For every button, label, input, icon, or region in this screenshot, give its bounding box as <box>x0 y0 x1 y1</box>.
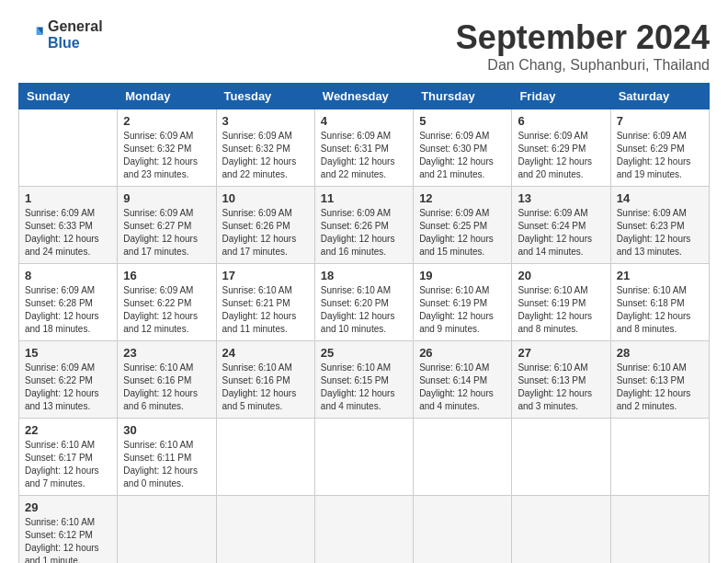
day-number: 7 <box>617 114 703 128</box>
calendar-week-row: 1Sunrise: 6:09 AMSunset: 6:33 PMDaylight… <box>19 187 710 264</box>
calendar-cell: 13Sunrise: 6:09 AMSunset: 6:24 PMDayligh… <box>512 187 610 264</box>
title-block: September 2024 Dan Chang, Suphanburi, Th… <box>456 18 710 74</box>
day-info: Sunrise: 6:10 AMSunset: 6:16 PMDaylight:… <box>123 362 210 413</box>
day-info: Sunrise: 6:10 AMSunset: 6:11 PMDaylight:… <box>123 439 210 490</box>
day-info: Sunrise: 6:09 AMSunset: 6:28 PMDaylight:… <box>25 284 111 336</box>
calendar-cell: 17Sunrise: 6:10 AMSunset: 6:21 PMDayligh… <box>216 264 314 341</box>
day-info: Sunrise: 6:09 AMSunset: 6:33 PMDaylight:… <box>25 207 111 259</box>
day-info: Sunrise: 6:09 AMSunset: 6:27 PMDaylight:… <box>123 207 210 259</box>
weekday-header-row: SundayMondayTuesdayWednesdayThursdayFrid… <box>19 84 710 109</box>
calendar-cell: 18Sunrise: 6:10 AMSunset: 6:20 PMDayligh… <box>314 264 413 341</box>
day-info: Sunrise: 6:10 AMSunset: 6:20 PMDaylight:… <box>321 284 407 336</box>
day-number: 27 <box>518 346 604 360</box>
calendar-cell <box>610 419 709 496</box>
calendar-cell: 8Sunrise: 6:09 AMSunset: 6:28 PMDaylight… <box>19 264 118 341</box>
calendar-cell: 7Sunrise: 6:09 AMSunset: 6:29 PMDaylight… <box>610 109 709 187</box>
weekday-header-friday: Friday <box>512 84 610 109</box>
day-info: Sunrise: 6:09 AMSunset: 6:24 PMDaylight:… <box>518 207 604 259</box>
day-info: Sunrise: 6:10 AMSunset: 6:19 PMDaylight:… <box>419 284 506 336</box>
day-number: 9 <box>123 191 210 205</box>
day-info: Sunrise: 6:09 AMSunset: 6:26 PMDaylight:… <box>222 207 309 259</box>
calendar-cell: 3Sunrise: 6:09 AMSunset: 6:32 PMDaylight… <box>216 109 314 187</box>
calendar-cell: 29Sunrise: 6:10 AMSunset: 6:12 PMDayligh… <box>19 496 118 564</box>
day-info: Sunrise: 6:09 AMSunset: 6:29 PMDaylight:… <box>518 130 604 181</box>
day-number: 21 <box>617 269 703 282</box>
day-number: 11 <box>321 191 407 205</box>
day-number: 28 <box>617 346 703 360</box>
day-number: 1 <box>25 191 111 205</box>
day-info: Sunrise: 6:10 AMSunset: 6:13 PMDaylight:… <box>518 362 604 413</box>
day-number: 2 <box>123 114 210 128</box>
day-number: 22 <box>25 423 111 437</box>
day-info: Sunrise: 6:10 AMSunset: 6:12 PMDaylight:… <box>25 516 111 563</box>
day-number: 17 <box>222 269 309 282</box>
calendar-cell <box>118 496 216 564</box>
day-number: 26 <box>419 346 506 360</box>
calendar-cell: 19Sunrise: 6:10 AMSunset: 6:19 PMDayligh… <box>414 264 512 341</box>
calendar-cell: 9Sunrise: 6:09 AMSunset: 6:27 PMDaylight… <box>118 187 216 264</box>
weekday-header-saturday: Saturday <box>610 84 709 109</box>
calendar-cell <box>19 109 118 187</box>
day-info: Sunrise: 6:10 AMSunset: 6:13 PMDaylight:… <box>617 362 703 413</box>
day-info: Sunrise: 6:09 AMSunset: 6:22 PMDaylight:… <box>25 362 111 413</box>
calendar-cell: 10Sunrise: 6:09 AMSunset: 6:26 PMDayligh… <box>216 187 314 264</box>
calendar-cell: 16Sunrise: 6:09 AMSunset: 6:22 PMDayligh… <box>118 264 216 341</box>
day-info: Sunrise: 6:09 AMSunset: 6:22 PMDaylight:… <box>123 284 210 336</box>
day-number: 25 <box>321 346 407 360</box>
logo-blue: Blue <box>48 35 103 52</box>
day-info: Sunrise: 6:10 AMSunset: 6:18 PMDaylight:… <box>617 284 703 336</box>
day-number: 20 <box>518 269 604 282</box>
day-number: 29 <box>25 500 111 514</box>
page-header: General Blue September 2024 Dan Chang, S… <box>18 18 710 74</box>
logo-icon <box>18 22 44 48</box>
day-number: 12 <box>419 191 506 205</box>
day-number: 13 <box>518 191 604 205</box>
calendar-body: 2Sunrise: 6:09 AMSunset: 6:32 PMDaylight… <box>19 109 710 564</box>
calendar-week-row: 29Sunrise: 6:10 AMSunset: 6:12 PMDayligh… <box>19 496 710 564</box>
day-number: 4 <box>321 114 407 128</box>
weekday-header-sunday: Sunday <box>19 84 118 109</box>
day-number: 19 <box>419 269 506 282</box>
day-number: 5 <box>419 114 506 128</box>
weekday-header-monday: Monday <box>118 84 216 109</box>
month-title: September 2024 <box>456 18 710 57</box>
day-info: Sunrise: 6:09 AMSunset: 6:25 PMDaylight:… <box>419 207 506 259</box>
day-info: Sunrise: 6:09 AMSunset: 6:32 PMDaylight:… <box>222 130 309 181</box>
day-info: Sunrise: 6:10 AMSunset: 6:19 PMDaylight:… <box>518 284 604 336</box>
calendar-cell <box>414 496 512 564</box>
day-info: Sunrise: 6:10 AMSunset: 6:21 PMDaylight:… <box>222 284 309 336</box>
calendar-cell <box>314 496 413 564</box>
day-info: Sunrise: 6:09 AMSunset: 6:29 PMDaylight:… <box>617 130 703 181</box>
calendar-cell: 11Sunrise: 6:09 AMSunset: 6:26 PMDayligh… <box>314 187 413 264</box>
calendar-cell: 20Sunrise: 6:10 AMSunset: 6:19 PMDayligh… <box>512 264 610 341</box>
calendar-cell <box>414 419 512 496</box>
day-info: Sunrise: 6:09 AMSunset: 6:32 PMDaylight:… <box>123 130 210 181</box>
calendar-cell: 22Sunrise: 6:10 AMSunset: 6:17 PMDayligh… <box>19 419 118 496</box>
calendar-cell: 14Sunrise: 6:09 AMSunset: 6:23 PMDayligh… <box>610 187 709 264</box>
day-info: Sunrise: 6:09 AMSunset: 6:30 PMDaylight:… <box>419 130 506 181</box>
calendar-cell: 27Sunrise: 6:10 AMSunset: 6:13 PMDayligh… <box>512 341 610 419</box>
day-info: Sunrise: 6:10 AMSunset: 6:16 PMDaylight:… <box>222 362 309 413</box>
day-info: Sunrise: 6:09 AMSunset: 6:31 PMDaylight:… <box>321 130 407 181</box>
weekday-header-tuesday: Tuesday <box>216 84 314 109</box>
day-number: 10 <box>222 191 309 205</box>
calendar-week-row: 2Sunrise: 6:09 AMSunset: 6:32 PMDaylight… <box>19 109 710 187</box>
day-number: 18 <box>321 269 407 282</box>
calendar-cell: 5Sunrise: 6:09 AMSunset: 6:30 PMDaylight… <box>414 109 512 187</box>
weekday-header-wednesday: Wednesday <box>314 84 413 109</box>
weekday-header-thursday: Thursday <box>414 84 512 109</box>
logo-general: General <box>48 18 103 35</box>
calendar-cell: 26Sunrise: 6:10 AMSunset: 6:14 PMDayligh… <box>414 341 512 419</box>
calendar-cell: 28Sunrise: 6:10 AMSunset: 6:13 PMDayligh… <box>610 341 709 419</box>
calendar-cell <box>216 419 314 496</box>
day-number: 6 <box>518 114 604 128</box>
day-number: 24 <box>222 346 309 360</box>
day-info: Sunrise: 6:10 AMSunset: 6:15 PMDaylight:… <box>321 362 407 413</box>
calendar-cell: 6Sunrise: 6:09 AMSunset: 6:29 PMDaylight… <box>512 109 610 187</box>
calendar-cell: 12Sunrise: 6:09 AMSunset: 6:25 PMDayligh… <box>414 187 512 264</box>
calendar-cell: 21Sunrise: 6:10 AMSunset: 6:18 PMDayligh… <box>610 264 709 341</box>
calendar-cell: 24Sunrise: 6:10 AMSunset: 6:16 PMDayligh… <box>216 341 314 419</box>
day-number: 3 <box>222 114 309 128</box>
calendar-cell: 23Sunrise: 6:10 AMSunset: 6:16 PMDayligh… <box>118 341 216 419</box>
calendar-table: SundayMondayTuesdayWednesdayThursdayFrid… <box>18 83 710 563</box>
